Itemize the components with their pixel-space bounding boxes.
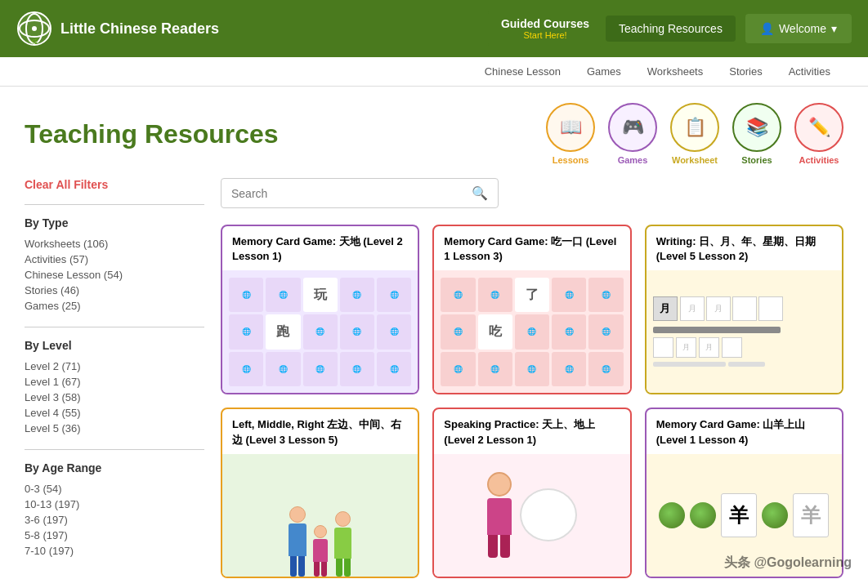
logo-area: 🌿 Little Chinese Readers bbox=[16, 11, 488, 47]
card-title-2: Memory Card Game: 吃一口 (Level 1 Lesson 3) bbox=[434, 226, 629, 270]
card-image-3: 月 月 月 bbox=[647, 270, 842, 393]
games-label: Games bbox=[618, 155, 648, 165]
filter-age-0-3[interactable]: 0-3 (54) bbox=[25, 483, 204, 495]
card-speaking[interactable]: Speaking Practice: 天上、地上 (Level 2 Lesson… bbox=[432, 408, 631, 577]
teaching-resources-nav[interactable]: Teaching Resources bbox=[606, 16, 736, 42]
worksheet-label: Worksheet bbox=[672, 155, 718, 165]
filter-worksheet[interactable]: 📋 Worksheet bbox=[670, 103, 719, 165]
stories-icon-circle: 📚 bbox=[732, 103, 781, 152]
logo-icon: 🌿 bbox=[16, 11, 52, 47]
card-image-6: 羊 羊 bbox=[647, 454, 842, 577]
card-memory-goat[interactable]: Memory Card Game: 山羊上山 (Level 1 Lesson 4… bbox=[645, 408, 843, 577]
cards-grid: Memory Card Game: 天地 (Level 2 Lesson 1) … bbox=[221, 225, 843, 578]
filter-level1[interactable]: Level 1 (67) bbox=[25, 376, 204, 388]
card-image-2: 🌐 🌐 了 🌐 🌐 🌐 吃 🌐 🌐 🌐 🌐 🌐 bbox=[434, 270, 629, 393]
card-title-6: Memory Card Game: 山羊上山 (Level 1 Lesson 4… bbox=[647, 409, 842, 453]
sub-nav-activities[interactable]: Activities bbox=[776, 57, 843, 86]
by-level-title: By Level bbox=[25, 339, 204, 352]
svg-point-3 bbox=[32, 26, 37, 31]
filter-activities[interactable]: ✏️ Activities bbox=[794, 103, 843, 165]
filter-icons: 📖 Lessons 🎮 Games 📋 Worksheet 📚 Stories … bbox=[546, 103, 843, 165]
page-header: Teaching Resources 📖 Lessons 🎮 Games 📋 W… bbox=[25, 103, 843, 165]
sub-nav-stories[interactable]: Stories bbox=[716, 57, 775, 86]
card-image-4 bbox=[222, 454, 418, 577]
worksheet-icon-circle: 📋 bbox=[670, 103, 719, 152]
search-icon: 🔍 bbox=[472, 185, 488, 201]
nav-main: Guided Courses Start Here! Teaching Reso… bbox=[488, 11, 852, 47]
sub-nav-chinese-lesson[interactable]: Chinese Lesson bbox=[472, 57, 574, 86]
filter-level5[interactable]: Level 5 (36) bbox=[25, 422, 204, 434]
welcome-button[interactable]: 👤 Welcome ▾ bbox=[745, 14, 852, 43]
filter-activities[interactable]: Activities (57) bbox=[25, 253, 204, 265]
card-writing[interactable]: Writing: 日、月、年、星期、日期 (Level 5 Lesson 2) … bbox=[645, 225, 843, 394]
page-title: Teaching Resources bbox=[25, 119, 538, 149]
sub-nav-games[interactable]: Games bbox=[574, 57, 634, 86]
sidebar-by-age: By Age Range 0-3 (54) 10-13 (197) 3-6 (1… bbox=[25, 449, 204, 572]
main-content: Clear All Filters By Type Worksheets (10… bbox=[25, 178, 843, 578]
sidebar-by-level: By Level Level 2 (71) Level 1 (67) Level… bbox=[25, 327, 204, 449]
card-title-1: Memory Card Game: 天地 (Level 2 Lesson 1) bbox=[222, 226, 418, 270]
card-image-1: 🌐 🌐 玩 🌐 🌐 🌐 跑 🌐 🌐 🌐 🌐 bbox=[222, 270, 418, 393]
card-memory-tiandi[interactable]: Memory Card Game: 天地 (Level 2 Lesson 1) … bbox=[221, 225, 419, 394]
filter-level3[interactable]: Level 3 (58) bbox=[25, 391, 204, 403]
filter-age-3-6[interactable]: 3-6 (197) bbox=[25, 514, 204, 526]
filter-level2[interactable]: Level 2 (71) bbox=[25, 360, 204, 372]
filter-games[interactable]: 🎮 Games bbox=[608, 103, 657, 165]
sub-nav: Chinese Lesson Games Worksheets Stories … bbox=[0, 57, 868, 87]
lessons-label: Lessons bbox=[553, 155, 589, 165]
by-age-title: By Age Range bbox=[25, 461, 204, 474]
search-input[interactable] bbox=[231, 187, 472, 200]
card-title-4: Left, Middle, Right 左边、中间、右边 (Level 3 Le… bbox=[222, 409, 418, 453]
header-top: 🌿 Little Chinese Readers Guided Courses … bbox=[0, 0, 868, 57]
card-image-5 bbox=[434, 454, 629, 577]
filter-worksheets[interactable]: Worksheets (106) bbox=[25, 238, 204, 250]
games-icon-circle: 🎮 bbox=[608, 103, 657, 152]
filter-chinese-lesson[interactable]: Chinese Lesson (54) bbox=[25, 269, 204, 281]
search-bar: 🔍 bbox=[221, 178, 499, 208]
filter-age-5-8[interactable]: 5-8 (197) bbox=[25, 529, 204, 541]
activities-label: Activities bbox=[799, 155, 839, 165]
sidebar: Clear All Filters By Type Worksheets (10… bbox=[25, 178, 204, 578]
filter-games-type[interactable]: Games (25) bbox=[25, 300, 204, 312]
clear-all-filters-button[interactable]: Clear All Filters bbox=[25, 178, 108, 191]
sidebar-by-type: By Type Worksheets (106) Activities (57)… bbox=[25, 204, 204, 327]
activities-icon-circle: ✏️ bbox=[794, 103, 843, 152]
stories-label: Stories bbox=[741, 155, 772, 165]
chevron-down-icon: ▾ bbox=[831, 22, 837, 35]
by-type-title: By Type bbox=[25, 216, 204, 229]
guided-courses-nav[interactable]: Guided Courses Start Here! bbox=[488, 11, 602, 47]
sub-nav-worksheets[interactable]: Worksheets bbox=[634, 57, 716, 86]
card-lmr[interactable]: Left, Middle, Right 左边、中间、右边 (Level 3 Le… bbox=[221, 408, 419, 577]
content-area: 🔍 Memory Card Game: 天地 (Level 2 Lesson 1… bbox=[221, 178, 843, 578]
start-here-label: Start Here! bbox=[501, 30, 589, 40]
svg-text:🌿: 🌿 bbox=[31, 38, 38, 45]
page-body: Teaching Resources 📖 Lessons 🎮 Games 📋 W… bbox=[0, 87, 868, 588]
welcome-label: Welcome bbox=[779, 22, 826, 35]
user-icon: 👤 bbox=[760, 22, 774, 35]
filter-age-10-13[interactable]: 10-13 (197) bbox=[25, 498, 204, 510]
filter-stories-type[interactable]: Stories (46) bbox=[25, 284, 204, 296]
guided-courses-label: Guided Courses bbox=[501, 17, 589, 30]
filter-stories[interactable]: 📚 Stories bbox=[732, 103, 781, 165]
filter-lessons[interactable]: 📖 Lessons bbox=[546, 103, 595, 165]
lessons-icon-circle: 📖 bbox=[546, 103, 595, 152]
card-title-5: Speaking Practice: 天上、地上 (Level 2 Lesson… bbox=[434, 409, 629, 453]
filter-level4[interactable]: Level 4 (55) bbox=[25, 407, 204, 419]
filter-age-7-10[interactable]: 7-10 (197) bbox=[25, 545, 204, 557]
logo-text: Little Chinese Readers bbox=[60, 20, 219, 38]
card-title-3: Writing: 日、月、年、星期、日期 (Level 5 Lesson 2) bbox=[647, 226, 842, 270]
card-memory-chiyikou[interactable]: Memory Card Game: 吃一口 (Level 1 Lesson 3)… bbox=[432, 225, 631, 394]
